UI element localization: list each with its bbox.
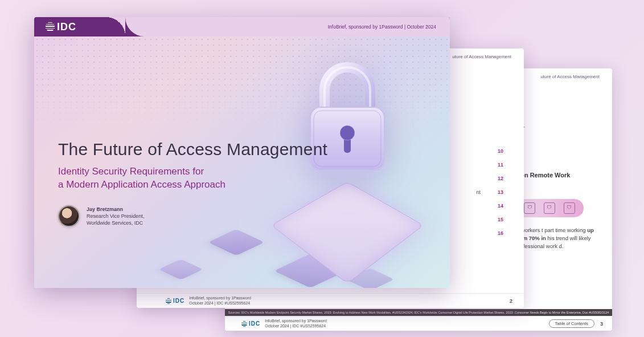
- callout-title: e on Remote Work t: [515, 171, 601, 189]
- page2-header-suffix: uture of Access Management: [452, 54, 511, 59]
- idc-globe-icon: [165, 298, 172, 304]
- page3-header-suffix: uture of Access Management: [540, 74, 600, 79]
- subtitle-line1: Identity Security Requirements for: [58, 166, 204, 177]
- toc-row: 11: [476, 158, 503, 172]
- people-icon: ⛉: [524, 202, 535, 214]
- idc-logo: IDC: [241, 320, 260, 327]
- toc-page: 11: [494, 162, 503, 168]
- author-text: Jay Bretzmann Research Vice President, W…: [87, 206, 144, 226]
- author-avatar: [58, 205, 80, 227]
- idc-logo-text: IDC: [249, 320, 260, 327]
- idc-logo: IDC: [44, 21, 76, 33]
- toc-row: 14: [476, 199, 503, 213]
- footer-line1: InfoBrief, sponsored by 1Password: [265, 319, 327, 323]
- toc-row: 15: [476, 213, 503, 226]
- sponsor-text: InfoBrief, sponsored by 1Password | Octo…: [328, 24, 436, 30]
- author-name: Jay Bretzmann: [87, 206, 144, 213]
- page3-footer: IDC InfoBrief, sponsored by 1Password Oc…: [225, 316, 612, 331]
- people-icon: ⛉: [564, 202, 575, 214]
- callout-paragraph: al workers t part time working up from 7…: [515, 226, 601, 251]
- footer-meta: InfoBrief, sponsored by 1Password Octobe…: [265, 319, 327, 328]
- idc-logo-text: IDC: [173, 298, 184, 304]
- idc-logo-text: IDC: [57, 21, 76, 33]
- lock-icon: [299, 50, 396, 181]
- toc-label: nt: [476, 189, 481, 195]
- page3-callout: e on Remote Work t ⛉ ⛉ ⛉ al workers t pa…: [515, 171, 601, 251]
- floor-tile: [159, 259, 203, 280]
- people-pill-graphic: ⛉ ⛉ ⛉: [515, 199, 584, 217]
- toc-page: 14: [494, 203, 503, 209]
- author-role: Research Vice President,: [87, 213, 144, 220]
- footer-line2: October 2024 | IDC #US52595624: [265, 324, 326, 328]
- cover-sponsor-line: InfoBrief, sponsored by 1Password | Octo…: [125, 17, 450, 36]
- footer-meta: InfoBrief, sponsored by 1Password Octobe…: [189, 296, 251, 306]
- floor-tile: [208, 229, 265, 255]
- toc-row: 12: [476, 172, 503, 185]
- author-block: Jay Bretzmann Research Vice President, W…: [58, 205, 144, 227]
- svg-rect-5: [344, 136, 351, 153]
- author-org: Worldwide Services, IDC: [87, 220, 144, 226]
- sources-bar: Sources: IDC's Worldwide Modern Endpoint…: [225, 309, 612, 316]
- toc-row: 10: [476, 144, 503, 158]
- toc-page: 13: [494, 189, 503, 195]
- page-number: 2: [510, 298, 512, 304]
- lock-illustration: [262, 40, 433, 222]
- page-number: 3: [600, 321, 603, 327]
- toc-page: 16: [494, 230, 503, 236]
- subtitle-line2: a Modern Application Access Approach: [58, 179, 225, 190]
- idc-globe-icon: [241, 320, 248, 327]
- toc-row: 16: [476, 226, 503, 240]
- toc-row: nt13: [476, 185, 503, 199]
- table-of-contents-button[interactable]: Table of Contents: [549, 319, 594, 328]
- page2-footer: IDC InfoBrief, sponsored by 1Password Oc…: [137, 293, 524, 308]
- report-cover-page: IDC InfoBrief, sponsored by 1Password | …: [34, 17, 450, 288]
- toc-page: 12: [494, 176, 503, 181]
- cover-title: The Future of Access Management: [58, 140, 327, 159]
- footer-line1: InfoBrief, sponsored by 1Password: [189, 296, 251, 300]
- toc-page-numbers: 10 11 12 nt13 14 15 16: [476, 144, 503, 240]
- toc-page: 10: [494, 148, 503, 154]
- footer-line2: October 2024 | IDC #US52595624: [189, 301, 250, 305]
- idc-globe-icon: [44, 21, 56, 33]
- toc-page: 15: [494, 217, 503, 222]
- people-icon: ⛉: [544, 202, 555, 214]
- idc-logo: IDC: [165, 298, 184, 304]
- cover-subtitle: Identity Security Requirements for a Mod…: [58, 165, 225, 192]
